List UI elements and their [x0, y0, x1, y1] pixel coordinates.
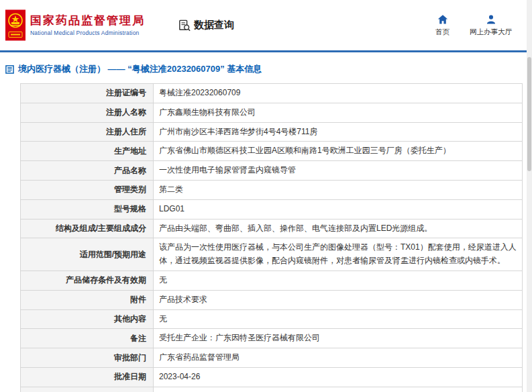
nav-home-label: 首页	[435, 28, 449, 37]
page-title-text: 境内医疗器械（注册） —— “粤械注准20232060709” 基本信息	[18, 63, 262, 75]
table-row: 生产地址 广东省佛山市顺德区科技工业园A区顺和南路1号欧洲工业园三号厂房（委托生…	[21, 142, 523, 161]
agency-name-cn: 国家药品监督管理局	[30, 14, 145, 28]
field-value: 2023-04-26	[154, 367, 523, 387]
agency-brand: 国家药品监督管理局 National Medical Products Admi…	[5, 9, 145, 41]
table-row: 审批部门 广东省药品监督管理局	[21, 348, 523, 368]
field-label: 其他内容	[21, 309, 154, 329]
form-icon	[5, 65, 14, 74]
field-value: 广东鑫顺生物科技有限公司	[154, 103, 523, 122]
field-label: 管理类别	[21, 180, 154, 199]
user-icon	[486, 14, 496, 25]
table-row: 附件 产品技术要求	[21, 290, 523, 309]
data-query-icon	[178, 19, 191, 32]
field-value: 无	[154, 309, 523, 329]
field-value: 第二类	[154, 180, 523, 199]
field-label: 型号规格	[21, 199, 154, 219]
nav-service-hall-label: 网上办事大厅	[470, 28, 512, 37]
site-header: 国家药品监督管理局 National Medical Products Admi…	[0, 0, 532, 50]
field-value: 2023-04-26	[154, 387, 523, 392]
home-icon	[437, 14, 448, 25]
table-row: 注册证编号 粤械注准20232060709	[21, 84, 523, 103]
table-row: 管理类别 第二类	[21, 180, 523, 199]
field-label: 适用范围/预期用途	[21, 238, 154, 271]
field-label: 附件	[21, 290, 154, 309]
nav-service-hall[interactable]: 网上办事大厅	[470, 14, 512, 37]
table-row: 批准日期 2023-04-26	[21, 367, 523, 387]
vertical-scrollbar[interactable]	[527, 0, 532, 392]
field-value: 广州市南沙区丰泽西路华梦街4号4号楼711房	[154, 122, 523, 142]
field-value: 一次性使用电子输尿管肾盂内窥镜导管	[154, 161, 523, 181]
table-row: 注册人名称 广东鑫顺生物科技有限公司	[21, 103, 523, 122]
agency-title-block: 国家药品监督管理局 National Medical Products Admi…	[30, 14, 145, 36]
agency-name-en: National Medical Products Administration	[30, 30, 145, 36]
data-query-link[interactable]: 数据查询	[178, 19, 234, 32]
table-row: 其他内容 无	[21, 309, 523, 329]
field-value: 受托生产企业：广东因特圣医疗器械有限公司	[154, 329, 523, 348]
field-label: 审批部门	[21, 348, 154, 368]
field-label: 产品名称	[21, 161, 154, 181]
field-label: 批准日期	[21, 367, 154, 387]
page-title: 境内医疗器械（注册） —— “粤械注准20232060709” 基本信息	[5, 63, 523, 75]
field-label: 注册人名称	[21, 103, 154, 122]
table-row: 适用范围/预期用途 该产品为一次性使用医疗器械，与本公司生产的图像处理器（型号：…	[21, 238, 523, 271]
field-label: 注册证编号	[21, 84, 154, 103]
scrollbar-thumb[interactable]	[527, 57, 531, 171]
national-emblem-logo	[5, 9, 25, 41]
table-row: 产品储存条件及有效期 无	[21, 271, 523, 290]
main-content: 境内医疗器械（注册） —— “粤械注准20232060709” 基本信息 注册证…	[0, 52, 532, 392]
field-label: 注册人住所	[21, 122, 154, 142]
field-label: 备注	[21, 329, 154, 348]
field-value: 产品由头端部、弯曲部、插入部、操作部、电气连接部及内置LED光源组成。	[154, 219, 523, 238]
table-row: 生效日期 2023-04-26	[21, 387, 523, 392]
field-label: 产品储存条件及有效期	[21, 271, 154, 290]
field-value: 无	[154, 271, 523, 290]
field-value: LDG01	[154, 199, 523, 219]
table-row: 备注 受托生产企业：广东因特圣医疗器械有限公司	[21, 329, 523, 348]
nav-home[interactable]: 首页	[435, 14, 449, 37]
table-row: 型号规格 LDG01	[21, 199, 523, 219]
field-value: 广东省药品监督管理局	[154, 348, 523, 368]
table-row: 注册人住所 广州市南沙区丰泽西路华梦街4号4号楼711房	[21, 122, 523, 142]
field-label: 生产地址	[21, 142, 154, 161]
table-row: 产品名称 一次性使用电子输尿管肾盂内窥镜导管	[21, 161, 523, 181]
field-value: 广东省佛山市顺德区科技工业园A区顺和南路1号欧洲工业园三号厂房（委托生产）	[154, 142, 523, 161]
registration-info-table: 注册证编号 粤械注准20232060709 注册人名称 广东鑫顺生物科技有限公司…	[20, 83, 523, 392]
table-row: 结构及组成/主要组成成分 产品由头端部、弯曲部、插入部、操作部、电气连接部及内置…	[21, 219, 523, 238]
field-value: 粤械注准20232060709	[154, 84, 523, 103]
field-label: 结构及组成/主要组成成分	[21, 219, 154, 238]
data-query-label: 数据查询	[194, 19, 234, 32]
field-value: 产品技术要求	[154, 290, 523, 309]
top-nav: 首页 网上办事大厅	[435, 14, 512, 37]
field-label: 生效日期	[21, 387, 154, 392]
field-value: 该产品为一次性使用医疗器械，与本公司生产的图像处理器（型号：TX01）配套使用，…	[154, 238, 523, 271]
